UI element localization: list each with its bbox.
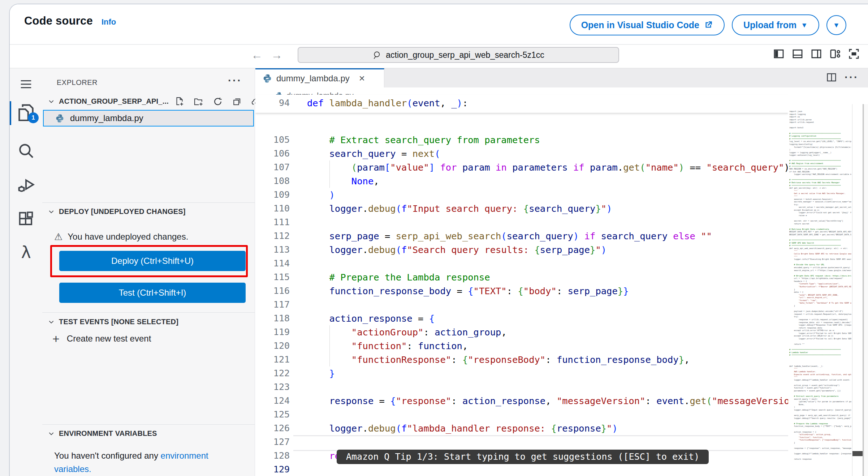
minimap-line: session = boto3.session.Session() <box>789 198 851 201</box>
collapse-all-icon[interactable] <box>232 97 242 107</box>
toggle-primary-sidebar-icon[interactable] <box>773 48 785 60</box>
sidebar-item-extensions[interactable] <box>10 210 42 229</box>
toggle-panel-icon[interactable] <box>791 48 804 60</box>
warning-text: You have undeployed changes. <box>68 232 188 242</box>
minimap-line: url = "https://api.brightdata.com/reques… <box>789 277 851 280</box>
minimap-line: BRIGHT_DATA_SERP_API_ZONE = get_secret("… <box>789 233 851 236</box>
minimap-line: } <box>789 305 851 308</box>
test-button[interactable]: Test (Ctrl+Shift+I) <box>59 283 246 303</box>
minimap-line <box>789 445 851 447</box>
minimap-line: BRIGHT_DATA_API_KEY = get_secret("BRIGHT… <box>789 231 851 233</box>
code-line: 123 <box>255 380 788 394</box>
toggle-secondary-sidebar-icon[interactable] <box>810 48 822 60</box>
minimap-line <box>789 340 851 343</box>
new-folder-icon[interactable] <box>194 97 204 107</box>
overview-ruler <box>852 104 852 476</box>
minimap-line: encoded_query = urllib.parse.quote(searc… <box>789 266 851 269</box>
search-value: action_group_serp_api_web_search-5z1cc <box>386 50 544 60</box>
fullscreen-icon[interactable] <box>848 48 860 60</box>
minimap-line: try: <box>789 316 851 318</box>
open-in-vscode-button[interactable]: Open in Visual Studio Code <box>570 14 725 35</box>
code-line: 108 None, <box>255 174 788 188</box>
minimap[interactable]: import jsonimport loggingimport osimport… <box>789 110 851 475</box>
search-icon <box>17 142 35 160</box>
minimap-line <box>789 272 851 275</box>
explorer-title: EXPLORER <box>57 78 98 87</box>
sidebar-item-explorer[interactable]: 1 <box>10 103 42 123</box>
refresh-icon[interactable] <box>213 97 223 107</box>
minimap-line: log_level = os.environ.get("LOG_LEVEL", … <box>789 140 851 143</box>
minimap-line <box>789 357 851 360</box>
minimap-line: "data_format": "markdown" # To get the S… <box>789 302 851 305</box>
minimap-line: logger.debug(f"lambda_handler called wit… <box>789 379 851 382</box>
create-test-event-button[interactable]: + Create new test event <box>52 333 151 345</box>
minimap-line <box>789 420 851 423</box>
tree-section-header[interactable]: ACTION_GROUP_SERP_API_... <box>48 97 169 106</box>
sidebar-item-search[interactable] <box>10 142 42 160</box>
test-events-section-label: TEST EVENTS [NONE SELECTED] <box>59 318 178 326</box>
minimap-line: # AWS Region from environment <box>789 162 851 165</box>
run-debug-icon <box>16 176 36 195</box>
editor-more-icon[interactable]: ··· <box>845 72 859 83</box>
more-actions-dropdown-button[interactable]: ▼ <box>826 15 846 35</box>
minimap-line: (param["value"] for param in parameters … <box>789 400 851 403</box>
minimap-line: return secret <box>789 223 851 226</box>
menu-button[interactable] <box>10 77 42 91</box>
sidebar-divider <box>255 68 255 476</box>
sidebar-item-run-debug[interactable] <box>10 176 42 195</box>
minimap-line: # ======================================… <box>789 244 851 247</box>
sidebar-item-aws-lambda[interactable]: λ <box>10 243 42 262</box>
explorer-badge: 1 <box>28 112 39 123</box>
back-button[interactable]: ← <box>251 48 263 62</box>
close-icon[interactable]: × <box>359 73 365 83</box>
minimap-line <box>789 346 851 349</box>
code-line: 111 <box>255 215 788 229</box>
minimap-line <box>789 124 851 127</box>
lambda-icon: λ <box>21 243 31 262</box>
explorer-more-icon[interactable]: ··· <box>228 75 242 86</box>
deploy-button[interactable]: Deploy (Ctrl+Shift+U) <box>59 251 246 271</box>
minimap-line: secret_value = secrets_manager.get_secre… <box>789 206 851 209</box>
minimap-line: logger.error(f"Failed to call Bright Dat… <box>789 332 851 335</box>
new-file-icon[interactable] <box>174 97 185 107</box>
code-line: 115 # Prepare the Lambda response <box>255 270 788 284</box>
minimap-line: # Encode the query for URL <box>789 263 851 266</box>
minimap-line: "url": search_engine_url, <box>789 296 851 299</box>
sticky-scroll-line: 94def lambda_handler(event, _): <box>255 95 788 113</box>
minimap-line: """ <box>789 256 851 258</box>
editor-toolbar: ← → action_group_serp_api_web_search-5z1… <box>10 45 868 68</box>
minimap-line: Expects event with actionGroup, function… <box>789 373 851 376</box>
customize-layout-icon[interactable] <box>829 48 841 60</box>
upload-from-button[interactable]: Upload from ▼ <box>732 14 819 35</box>
minimap-line: import json <box>789 110 851 113</box>
minimap-line: secrets_manager = session.client(service… <box>789 201 851 203</box>
minimap-line <box>789 455 851 458</box>
code-area[interactable]: 105 # Extract search_query from paramete… <box>255 91 788 476</box>
tab-dummy-lambda[interactable]: dummy_lambda.py × <box>255 68 384 87</box>
test-events-section-header[interactable]: TEST EVENTS [NONE SELECTED] <box>48 318 178 326</box>
code-line: 117 <box>255 298 788 312</box>
code-line: 110 logger.debug(f"Input search query: {… <box>255 202 788 215</box>
deploy-section-header[interactable]: DEPLOY [UNDEPLOYED CHANGES] <box>48 207 186 216</box>
minimap-line: import urllib.parse <box>789 119 851 121</box>
page-scrollbar-track[interactable] <box>864 104 868 476</box>
warning-icon: ⚠ <box>54 232 62 241</box>
code-line: 125 <box>255 408 788 421</box>
undeployed-warning: ⚠ You have undeployed changes. <box>54 232 188 242</box>
minimap-line: search_engine_url = f"https://www.google… <box>789 269 851 272</box>
code-line: 121 "functionResponse": {"responseBody":… <box>255 353 788 366</box>
minimap-line: except urllib.error.URLError as e: <box>789 335 851 338</box>
search-input[interactable]: action_group_serp_api_web_search-5z1cc <box>298 47 619 63</box>
info-link[interactable]: Info <box>102 17 116 27</box>
forward-button[interactable]: → <box>271 48 282 62</box>
code-line: 120 "function": function, <box>255 339 788 353</box>
minimap-line: return response <box>789 458 851 461</box>
python-icon <box>263 74 272 83</box>
minimap-line: ) <box>789 406 851 409</box>
env-vars-section-header[interactable]: ENVIRONMENT VARIABLES <box>48 429 157 438</box>
minimap-line: ) <box>789 149 851 151</box>
file-item-dummy-lambda[interactable]: dummy_lambda.py <box>43 110 254 126</box>
split-editor-icon[interactable] <box>826 72 837 83</box>
tree-section-label: ACTION_GROUP_SERP_API_... <box>59 97 169 106</box>
deploy-section-label: DEPLOY [UNDEPLOYED CHANGES] <box>59 207 186 216</box>
